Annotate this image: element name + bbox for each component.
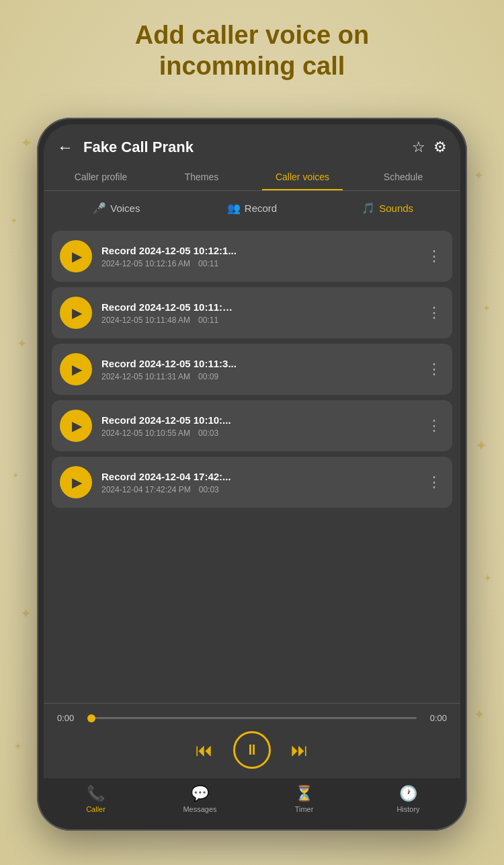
time-end: 0:00 bbox=[423, 713, 447, 723]
record-title-0: Record 2024-12-05 10:12:1... bbox=[101, 245, 415, 256]
subtab-record[interactable]: 👥 Record bbox=[186, 196, 319, 220]
list-item: ▶ Record 2024-12-05 10:11:… 2024-12-05 1… bbox=[52, 287, 452, 338]
record-info-2: Record 2024-12-05 10:11:3... 2024-12-05 … bbox=[101, 358, 415, 381]
record-title-3: Record 2024-12-05 10:10:... bbox=[101, 414, 415, 426]
progress-bar[interactable] bbox=[87, 717, 417, 719]
sounds-icon: 🎵 bbox=[362, 202, 375, 215]
record-info-0: Record 2024-12-05 10:12:1... 2024-12-05 … bbox=[101, 245, 415, 268]
record-info-3: Record 2024-12-05 10:10:... 2024-12-05 1… bbox=[101, 414, 415, 438]
more-button-3[interactable]: ⋮ bbox=[424, 417, 444, 435]
record-meta-3: 2024-12-05 10:10:55 AM 00:03 bbox=[101, 428, 415, 438]
star-deco-3: ✦ bbox=[17, 336, 27, 351]
phone-screen: ← Fake Call Prank ☆ ⚙ Caller profile The… bbox=[44, 124, 460, 824]
subtab-voices[interactable]: 🎤 Voices bbox=[50, 196, 183, 220]
record-meta-4: 2024-12-04 17:42:24 PM 00:03 bbox=[101, 485, 415, 494]
record-date-1: 2024-12-05 10:11:48 AM bbox=[101, 315, 190, 325]
record-info-4: Record 2024-12-04 17:42:... 2024-12-04 1… bbox=[101, 471, 415, 494]
record-list: ▶ Record 2024-12-05 10:12:1... 2024-12-0… bbox=[44, 225, 460, 703]
subtab-voices-label: Voices bbox=[110, 202, 140, 214]
header-icons: ☆ ⚙ bbox=[412, 139, 447, 156]
tab-caller-profile[interactable]: Caller profile bbox=[50, 163, 151, 190]
play-icon-3: ▶ bbox=[72, 418, 82, 434]
tab-caller-voices[interactable]: Caller voices bbox=[252, 163, 353, 190]
main-tabs: Caller profile Themes Caller voices Sche… bbox=[44, 163, 460, 191]
mic-icon: 🎤 bbox=[93, 202, 106, 215]
list-item: ▶ Record 2024-12-05 10:11:3... 2024-12-0… bbox=[52, 344, 452, 395]
nav-history-label: History bbox=[396, 805, 419, 813]
pause-button[interactable]: ⏸ bbox=[233, 731, 271, 769]
record-date-3: 2024-12-05 10:10:55 AM bbox=[101, 428, 190, 438]
record-duration-4: 00:03 bbox=[199, 485, 219, 494]
record-date-0: 2024-12-05 10:12:16 AM bbox=[101, 259, 190, 268]
settings-icon[interactable]: ⚙ bbox=[433, 139, 447, 156]
more-button-1[interactable]: ⋮ bbox=[424, 304, 444, 322]
record-title-1: Record 2024-12-05 10:11:… bbox=[101, 301, 415, 313]
app-title-text: Fake Call Prank bbox=[83, 139, 412, 156]
record-title-4: Record 2024-12-04 17:42:... bbox=[101, 471, 415, 482]
record-duration-2: 00:09 bbox=[198, 372, 218, 381]
star-deco-8: ✦ bbox=[482, 303, 491, 313]
play-button-2[interactable]: ▶ bbox=[60, 353, 92, 385]
list-item: ▶ Record 2024-12-05 10:10:... 2024-12-05… bbox=[52, 400, 452, 451]
subtab-sounds[interactable]: 🎵 Sounds bbox=[321, 196, 454, 220]
list-item: ▶ Record 2024-12-05 10:12:1... 2024-12-0… bbox=[52, 231, 452, 282]
nav-messages[interactable]: 💬 Messages bbox=[148, 785, 252, 813]
play-icon-4: ▶ bbox=[72, 474, 82, 490]
history-icon: 🕐 bbox=[399, 785, 417, 802]
play-button-3[interactable]: ▶ bbox=[60, 410, 92, 442]
record-meta-2: 2024-12-05 10:11:31 AM 00:09 bbox=[101, 372, 415, 381]
favorite-icon[interactable]: ☆ bbox=[412, 139, 425, 156]
player-progress: 0:00 0:00 bbox=[57, 713, 447, 723]
back-button[interactable]: ← bbox=[57, 138, 73, 157]
star-deco-1: ✦ bbox=[20, 135, 32, 152]
app-header: ← Fake Call Prank ☆ ⚙ bbox=[44, 124, 460, 163]
time-start: 0:00 bbox=[57, 713, 81, 723]
nav-history[interactable]: 🕐 History bbox=[356, 785, 460, 813]
more-button-2[interactable]: ⋮ bbox=[424, 361, 444, 378]
star-deco-9: ✦ bbox=[475, 437, 487, 455]
more-button-4[interactable]: ⋮ bbox=[424, 474, 444, 491]
star-deco-10: ✦ bbox=[483, 572, 492, 585]
record-meta-1: 2024-12-05 10:11:48 AM 00:11 bbox=[101, 315, 415, 325]
play-icon-1: ▶ bbox=[72, 305, 82, 321]
progress-dot[interactable] bbox=[87, 714, 95, 722]
nav-messages-label: Messages bbox=[183, 805, 216, 813]
nav-timer-label: Timer bbox=[295, 805, 314, 813]
forward-button[interactable]: ⏭ bbox=[291, 740, 308, 761]
tab-themes[interactable]: Themes bbox=[151, 163, 252, 190]
record-icon: 👥 bbox=[227, 202, 241, 215]
messages-icon: 💬 bbox=[191, 785, 209, 802]
record-duration-0: 00:11 bbox=[198, 259, 218, 268]
play-button-0[interactable]: ▶ bbox=[60, 240, 92, 272]
nav-timer[interactable]: ⏳ Timer bbox=[252, 785, 356, 813]
play-icon-2: ▶ bbox=[72, 361, 82, 377]
play-button-1[interactable]: ▶ bbox=[60, 297, 92, 329]
tab-schedule[interactable]: Schedule bbox=[353, 163, 454, 190]
star-deco-6: ✦ bbox=[13, 740, 22, 753]
star-deco-7: ✦ bbox=[474, 168, 484, 183]
bottom-nav: 📞 Caller 💬 Messages ⏳ Timer 🕐 History bbox=[44, 778, 460, 824]
record-info-1: Record 2024-12-05 10:11:… 2024-12-05 10:… bbox=[101, 301, 415, 325]
page-title: Add caller voice on incomming call bbox=[0, 0, 504, 95]
list-item: ▶ Record 2024-12-04 17:42:... 2024-12-04… bbox=[52, 457, 452, 508]
play-button-4[interactable]: ▶ bbox=[60, 466, 92, 498]
timer-icon: ⏳ bbox=[295, 785, 313, 802]
nav-caller[interactable]: 📞 Caller bbox=[44, 785, 148, 813]
star-deco-11: ✦ bbox=[474, 706, 485, 722]
pause-icon: ⏸ bbox=[245, 741, 259, 759]
star-deco-4: ✦ bbox=[12, 471, 19, 480]
nav-caller-label: Caller bbox=[86, 805, 106, 813]
record-date-2: 2024-12-05 10:11:31 AM bbox=[101, 372, 190, 381]
record-duration-1: 00:11 bbox=[198, 315, 218, 325]
phone-frame: ← Fake Call Prank ☆ ⚙ Caller profile The… bbox=[37, 118, 467, 831]
caller-icon: 📞 bbox=[87, 785, 105, 802]
star-deco-5: ✦ bbox=[20, 605, 32, 622]
more-button-0[interactable]: ⋮ bbox=[424, 248, 444, 265]
player-section: 0:00 0:00 ⏮ ⏸ ⏭ bbox=[44, 703, 460, 778]
play-icon-0: ▶ bbox=[72, 248, 82, 264]
subtab-record-label: Record bbox=[245, 202, 277, 214]
record-duration-3: 00:03 bbox=[198, 428, 218, 438]
subtab-sounds-label: Sounds bbox=[379, 202, 413, 214]
star-deco-2: ✦ bbox=[10, 215, 18, 226]
rewind-button[interactable]: ⏮ bbox=[196, 740, 213, 761]
